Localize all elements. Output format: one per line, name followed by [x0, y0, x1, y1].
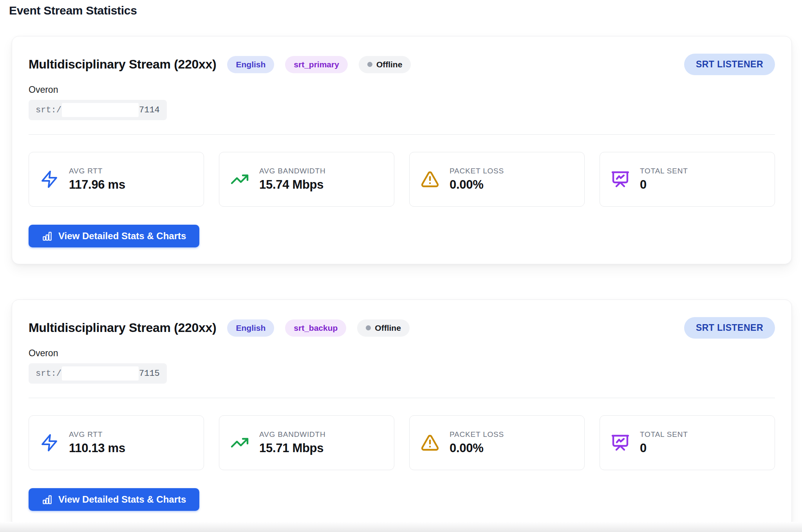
stat-value: 0.00% [450, 178, 504, 192]
stats-grid: AVG RTT 110.13 ms AVG BANDWIDTH 15.71 Mb… [29, 415, 775, 470]
role-badge: srt_backup [285, 319, 346, 337]
status-badge: Offline [357, 319, 410, 337]
redacted-url-segment [62, 366, 139, 381]
url-prefix: srt:/ [36, 105, 61, 115]
stat-tile-avg-bandwidth: AVG BANDWIDTH 15.74 Mbps [219, 152, 394, 207]
trending-up-icon [230, 170, 249, 189]
offline-dot-icon [367, 62, 372, 67]
stat-value: 110.13 ms [69, 441, 125, 455]
stat-tile-total-sent: TOTAL SENT 0 [600, 152, 775, 207]
card-divider [29, 134, 775, 135]
alert-triangle-icon [421, 170, 439, 189]
view-stats-button-label: View Detailed Stats & Charts [58, 494, 186, 505]
card-divider [29, 398, 775, 398]
provider-label: Overon [29, 85, 775, 95]
stat-value: 15.71 Mbps [259, 441, 325, 455]
presentation-chart-icon [611, 170, 630, 189]
stream-title: Multidisciplinary Stream (220xx) [29, 321, 216, 335]
language-badge: English [227, 319, 274, 337]
card-header: Multidisciplinary Stream (220xx) English… [29, 317, 775, 339]
stream-card: Multidisciplinary Stream (220xx) English… [12, 36, 792, 264]
stats-grid: AVG RTT 117.96 ms AVG BANDWIDTH 15.74 Mb… [29, 152, 775, 207]
page-bottom-edge [0, 522, 802, 532]
url-port: 7115 [139, 369, 160, 379]
card-header: Multidisciplinary Stream (220xx) English… [29, 54, 775, 75]
stat-label: AVG RTT [69, 167, 125, 175]
role-badge: srt_primary [285, 56, 348, 73]
stat-label: AVG BANDWIDTH [259, 167, 325, 175]
view-stats-button-label: View Detailed Stats & Charts [58, 231, 186, 242]
stat-label: PACKET LOSS [450, 167, 504, 175]
stat-tile-packet-loss: PACKET LOSS 0.00% [409, 152, 585, 207]
status-badge-label: Offline [375, 323, 401, 333]
stat-tile-total-sent: TOTAL SENT 0 [600, 415, 775, 470]
stat-label: TOTAL SENT [640, 430, 688, 439]
zap-icon [40, 170, 59, 189]
view-stats-button[interactable]: View Detailed Stats & Charts [29, 225, 199, 247]
stat-value: 0.00% [450, 441, 504, 455]
url-prefix: srt:/ [36, 369, 61, 379]
page-title: Event Stream Statistics [9, 4, 802, 17]
bar-chart-icon [42, 494, 52, 505]
view-stats-button[interactable]: View Detailed Stats & Charts [29, 488, 199, 511]
listener-mode-badge: SRT LISTENER [684, 54, 775, 75]
offline-dot-icon [366, 325, 371, 330]
stat-tile-packet-loss: PACKET LOSS 0.00% [409, 415, 585, 470]
listener-mode-badge: SRT LISTENER [684, 317, 775, 339]
stat-label: AVG RTT [69, 430, 125, 439]
redacted-url-segment [62, 103, 139, 117]
presentation-chart-icon [611, 433, 630, 452]
zap-icon [40, 433, 59, 452]
alert-triangle-icon [421, 433, 439, 452]
stat-tile-avg-rtt: AVG RTT 117.96 ms [29, 152, 204, 207]
stream-title: Multidisciplinary Stream (220xx) [29, 57, 216, 72]
stream-card: Multidisciplinary Stream (220xx) English… [12, 299, 792, 528]
stat-label: PACKET LOSS [450, 430, 504, 439]
stat-value: 117.96 ms [69, 178, 125, 192]
stat-value: 0 [640, 178, 688, 192]
stat-tile-avg-bandwidth: AVG BANDWIDTH 15.71 Mbps [219, 415, 394, 470]
stream-url-box: srt:/ 7114 [29, 100, 167, 120]
bar-chart-icon [42, 231, 52, 242]
stream-url-box: srt:/ 7115 [29, 363, 167, 384]
status-badge: Offline [359, 56, 411, 73]
stat-label: TOTAL SENT [640, 167, 688, 175]
stat-value: 15.74 Mbps [259, 178, 325, 192]
stat-label: AVG BANDWIDTH [259, 430, 325, 439]
language-badge: English [227, 56, 274, 73]
status-badge-label: Offline [376, 60, 403, 70]
provider-label: Overon [29, 348, 775, 359]
trending-up-icon [230, 433, 249, 452]
url-port: 7114 [139, 105, 160, 115]
stat-value: 0 [640, 441, 688, 455]
stat-tile-avg-rtt: AVG RTT 110.13 ms [29, 415, 204, 470]
